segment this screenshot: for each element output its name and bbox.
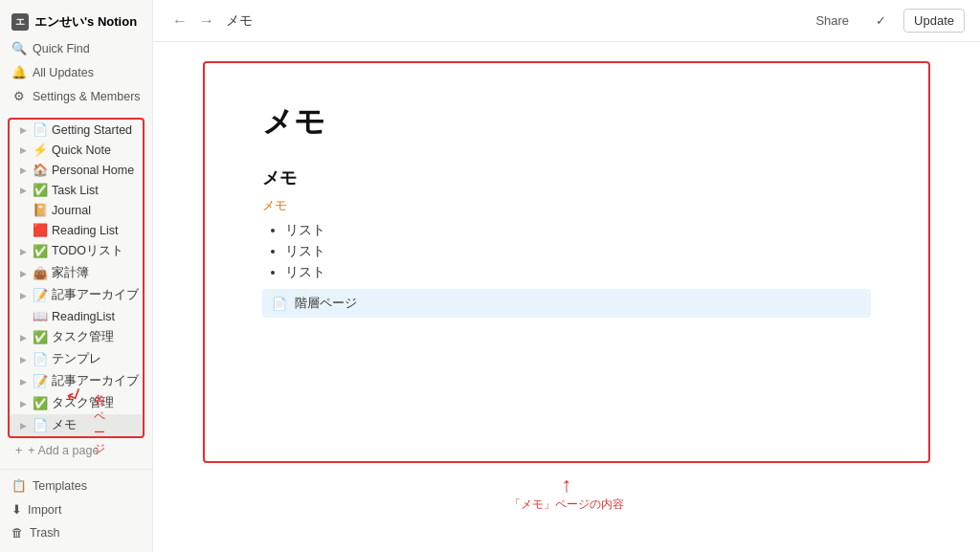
- toggle-icon: ▶: [17, 291, 29, 300]
- tree-item-task-list[interactable]: ▶ ✅ Task List: [10, 180, 143, 200]
- item-label: ReadingList: [52, 310, 139, 323]
- search-icon: 🔍: [11, 41, 27, 55]
- toggle-icon: ▶: [17, 145, 29, 155]
- templates-label: Templates: [33, 479, 87, 493]
- note-icon: 📝: [33, 374, 48, 388]
- item-label: タスク管理: [52, 395, 139, 411]
- sidebar-bottom: 📋 Templates ⬇ Import 🗑 Trash: [0, 469, 152, 552]
- item-label: 家計簿: [52, 265, 139, 281]
- page-title: メモ: [226, 12, 798, 30]
- bottom-annotation: ↑ 「メモ」ページの内容: [509, 475, 624, 513]
- page-link[interactable]: メモ: [262, 197, 871, 214]
- settings-label: Settings & Members: [33, 90, 141, 103]
- red-square-icon: 🟥: [33, 223, 48, 237]
- item-label: TODOリスト: [52, 243, 139, 259]
- tree-item-quick-note[interactable]: ▶ ⚡ Quick Note: [10, 140, 143, 160]
- sidebar-section: ▶ 📄 Getting Started ▶ ⚡ Quick Note ▶ 🏠 P…: [0, 112, 152, 469]
- tree-item-kiji-archive-1[interactable]: ▶ 📝 記事アーカイブ: [10, 284, 143, 306]
- tree-item-memo[interactable]: ▶ 📄 メモ: [10, 414, 143, 436]
- sidebar-nav-quick-find[interactable]: 🔍 Quick Find: [4, 36, 148, 60]
- item-label: Task List: [52, 184, 139, 197]
- tree-item-task-kanri-1[interactable]: ▶ ✅ タスク管理: [10, 326, 143, 348]
- share-button[interactable]: Share: [806, 10, 858, 32]
- item-label: 記事アーカイブ: [52, 287, 139, 303]
- item-label: タスク管理: [52, 329, 139, 345]
- workspace-header[interactable]: エ エンせい's Notion: [4, 8, 148, 36]
- tree-item-readinglist[interactable]: 📖 ReadingList: [10, 306, 143, 326]
- main-layout: エ エンせい's Notion 🔍 Quick Find 🔔 All Updat…: [0, 0, 980, 552]
- tree-item-journal[interactable]: 📔 Journal: [10, 200, 143, 220]
- item-label: Quick Note: [52, 144, 139, 157]
- sidebar-trash[interactable]: 🗑 Trash: [4, 521, 148, 544]
- add-page-label: + Add a page: [28, 444, 99, 457]
- sidebar-import[interactable]: ⬇ Import: [4, 497, 148, 521]
- bag-icon: 👜: [33, 266, 48, 280]
- back-button[interactable]: ←: [168, 11, 191, 32]
- tree-item-personal-home[interactable]: ▶ 🏠 Personal Home: [10, 160, 143, 180]
- subpage-item[interactable]: 📄 階層ページ: [262, 289, 871, 318]
- sidebar: エ エンせい's Notion 🔍 Quick Find 🔔 All Updat…: [0, 0, 153, 552]
- toggle-icon: ▶: [17, 125, 29, 135]
- page-frame: メモ メモ メモ リスト リスト リスト 📄 階層ページ: [203, 61, 930, 463]
- update-button[interactable]: Update: [903, 9, 965, 33]
- check-icon: ✅: [33, 330, 48, 344]
- doc-icon: 📄: [33, 418, 48, 432]
- topbar: ← → メモ Share ✓ Update: [153, 0, 980, 42]
- check-button[interactable]: ✓: [866, 10, 896, 32]
- item-label: 記事アーカイブ: [52, 373, 139, 389]
- tree-item-task-kanri-2[interactable]: ▶ ✅ タスク管理: [10, 392, 143, 414]
- list-item: リスト: [285, 243, 871, 260]
- lightning-icon: ⚡: [33, 143, 48, 157]
- sidebar-nav-settings[interactable]: ⚙ Settings & Members: [4, 84, 148, 108]
- item-label: Journal: [52, 204, 139, 217]
- doc-icon: 📄: [33, 352, 48, 366]
- bell-icon: 🔔: [11, 65, 27, 79]
- import-icon: ⬇: [11, 502, 22, 517]
- item-label: テンプレ: [52, 351, 139, 367]
- item-label: Personal Home: [52, 164, 139, 177]
- toggle-icon: ▶: [17, 247, 29, 256]
- import-label: Import: [28, 503, 61, 517]
- tree-outline: ▶ 📄 Getting Started ▶ ⚡ Quick Note ▶ 🏠 P…: [8, 118, 145, 438]
- toggle-icon: ▶: [17, 421, 29, 431]
- page-heading: メモ: [262, 166, 871, 189]
- toggle-icon: ▶: [17, 333, 29, 342]
- home-icon: 🏠: [33, 163, 48, 177]
- trash-label: Trash: [30, 526, 60, 540]
- topbar-nav: ← →: [168, 11, 218, 32]
- tree-item-template[interactable]: ▶ 📄 テンプレ: [10, 348, 143, 370]
- sidebar-templates[interactable]: 📋 Templates: [4, 474, 148, 497]
- tree-item-reading-list[interactable]: 🟥 Reading List: [10, 220, 143, 240]
- content-annotation-label: 「メモ」ページの内容: [509, 497, 624, 511]
- forward-button[interactable]: →: [195, 11, 218, 32]
- toggle-icon: ▶: [17, 166, 29, 175]
- toggle-icon: ▶: [17, 269, 29, 278]
- subpage-icon: 📄: [272, 297, 287, 311]
- page-icon: 📄: [33, 122, 48, 137]
- page-main-title: メモ: [262, 101, 871, 144]
- topbar-actions: Share ✓ Update: [806, 9, 965, 33]
- tree-item-kakei[interactable]: ▶ 👜 家計簿: [10, 262, 143, 284]
- trash-icon: 🗑: [11, 526, 24, 540]
- toggle-icon: ▶: [17, 377, 29, 386]
- tree-item-getting-started[interactable]: ▶ 📄 Getting Started: [10, 120, 143, 140]
- add-page-button[interactable]: + + Add a page: [8, 440, 145, 461]
- check-icon: ✅: [33, 244, 48, 258]
- list-item: リスト: [285, 222, 871, 239]
- templates-icon: 📋: [11, 478, 27, 493]
- app-container: エ エンせい's Notion 🔍 Quick Find 🔔 All Updat…: [0, 0, 980, 552]
- quick-find-label: Quick Find: [33, 42, 90, 55]
- workspace-icon: エ: [11, 13, 29, 31]
- item-label: Getting Started: [52, 123, 139, 137]
- up-arrow-icon: ↑: [509, 475, 624, 496]
- sidebar-nav-all-updates[interactable]: 🔔 All Updates: [4, 60, 148, 84]
- tree-item-kiji-archive-2[interactable]: ▶ 📝 記事アーカイブ: [10, 370, 143, 392]
- note-icon: 📝: [33, 288, 48, 302]
- page-list: リスト リスト リスト: [262, 222, 871, 281]
- list-item: リスト: [285, 264, 871, 281]
- subpage-label: 階層ページ: [295, 295, 357, 312]
- all-updates-label: All Updates: [33, 66, 94, 79]
- item-label: メモ: [52, 417, 139, 433]
- toggle-icon: ▶: [17, 399, 29, 408]
- tree-item-todo-list[interactable]: ▶ ✅ TODOリスト: [10, 240, 143, 262]
